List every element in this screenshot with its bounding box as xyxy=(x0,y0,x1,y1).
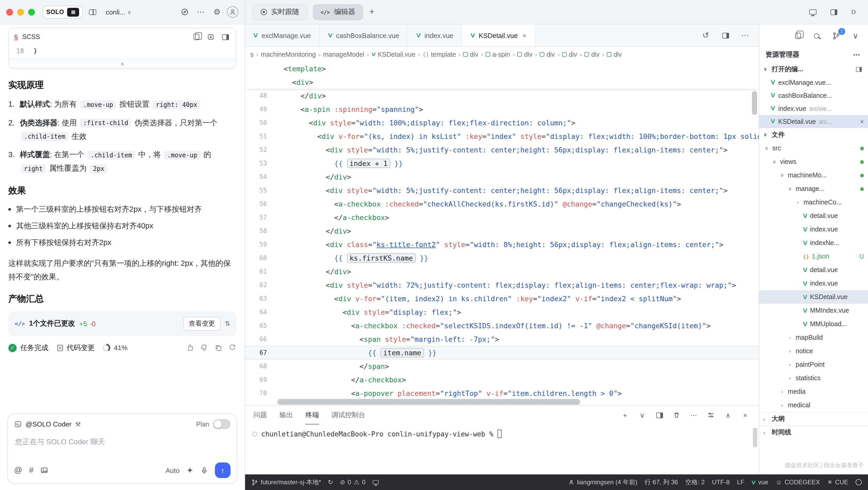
history-icon[interactable]: ↺ xyxy=(700,29,712,42)
terminal-dropdown-icon[interactable]: ∨ xyxy=(637,410,647,420)
editor-tab[interactable]: VcashBoxBalance.vue xyxy=(319,25,408,46)
breadcrumb-item[interactable]: VKSDetail.vue xyxy=(372,51,415,58)
tab-output[interactable]: 输出 xyxy=(279,406,293,424)
auto-mode-label[interactable]: Auto xyxy=(166,466,180,474)
breadcrumb[interactable]: s›machineMonitoring›manageModel›VKSDetai… xyxy=(245,47,759,62)
zoom-window-button[interactable] xyxy=(28,8,35,15)
minimize-window-button[interactable] xyxy=(17,8,24,15)
tree-folder-media[interactable]: ›media xyxy=(759,385,868,398)
feedback-icon[interactable] xyxy=(856,479,862,485)
breadcrumb-item[interactable]: div xyxy=(540,51,555,58)
open-editors-header[interactable]: ∨ 打开的编... xyxy=(759,62,868,76)
tree-folder-machineCo...[interactable]: ›machineCo... xyxy=(759,196,868,209)
chat-input-card[interactable]: @SOLO Coder ⚒ Plan 您正在与 SOLO Coder 聊天 @ … xyxy=(7,414,237,484)
tree-file-index.vue[interactable]: Vindex.vue xyxy=(759,223,868,236)
editor-tab[interactable]: Vindex.vue xyxy=(408,25,462,46)
tab-problems[interactable]: 问题 xyxy=(253,406,267,424)
close-icon[interactable]: × xyxy=(860,118,864,125)
compass-icon[interactable] xyxy=(179,6,191,18)
open-editor-item[interactable]: Vindex.vuesrc/vie... xyxy=(759,102,868,115)
chevron-down-icon[interactable]: ∨ xyxy=(849,29,862,42)
codegeex-item[interactable]: ☺ CODEGEEX xyxy=(776,479,820,486)
git-branch-item[interactable]: future/master-sj-本地* xyxy=(251,478,321,487)
editor-tab[interactable]: VKSDetail.vue× xyxy=(462,25,535,46)
panel-more-icon[interactable]: ⋯ xyxy=(688,410,699,420)
vertical-scrollbar[interactable] xyxy=(752,91,757,115)
breadcrumb-item[interactable]: machineMonitoring xyxy=(261,51,316,58)
eol[interactable]: LF xyxy=(737,479,744,486)
breadcrumb-item[interactable]: div xyxy=(517,51,532,58)
open-editor-item[interactable]: VexclManage.vue... xyxy=(759,76,868,89)
layout-columns-icon[interactable] xyxy=(86,6,99,18)
open-editor-item[interactable]: VcashBoxBalance... xyxy=(759,89,868,102)
add-view-tab-button[interactable]: + xyxy=(369,7,374,17)
split-editor-icon[interactable] xyxy=(719,29,732,42)
tab-terminal[interactable]: 终端 xyxy=(306,406,319,424)
hash-icon[interactable]: # xyxy=(29,465,34,475)
tree-file-indexNe...[interactable]: VindexNe... xyxy=(759,236,868,250)
code-change-label[interactable]: 代码变更 xyxy=(67,343,95,352)
terminal-scrollbar[interactable] xyxy=(753,428,757,447)
cursor-position[interactable]: 行 67, 列 36 xyxy=(645,478,678,487)
breadcrumb-item[interactable]: div xyxy=(584,51,599,58)
explorer-view-icon[interactable] xyxy=(792,29,804,42)
collapse-snippet-button[interactable]: ∧ xyxy=(9,59,236,68)
scrollbar-thumb[interactable] xyxy=(277,399,580,405)
tree-folder-mapBuild[interactable]: ›mapBuild xyxy=(759,331,868,345)
tree-folder-medical[interactable]: ›medical xyxy=(759,398,868,412)
open-in-editor-icon[interactable] xyxy=(220,32,230,42)
tree-folder-manage...[interactable]: ∨manage... xyxy=(759,182,868,196)
breadcrumb-item[interactable]: {}template xyxy=(423,51,456,58)
new-terminal-icon[interactable]: + xyxy=(620,410,630,420)
thumbs-up-icon[interactable] xyxy=(186,344,194,352)
encoding[interactable]: UTF-8 xyxy=(712,479,730,486)
tree-folder-src[interactable]: ∨src xyxy=(759,141,868,155)
tree-file-1.json[interactable]: {}1.jsonU xyxy=(759,250,868,263)
display-icon[interactable] xyxy=(372,480,380,485)
sparkle-icon[interactable] xyxy=(186,466,194,474)
explorer-more-icon[interactable]: ⋯ xyxy=(851,50,862,60)
outline-header[interactable]: › 大纲 xyxy=(759,412,868,425)
code-editor[interactable]: <template><div> 48</div>49<a-spin :spinn… xyxy=(245,62,759,405)
tab-live-follow[interactable]: 实时跟随 xyxy=(252,4,308,20)
code-change-icon[interactable] xyxy=(57,345,63,351)
blame-item[interactable]: liangmingsen (4 年前) xyxy=(568,478,638,487)
kill-terminal-icon[interactable] xyxy=(671,410,682,420)
split-editor-icon[interactable] xyxy=(854,64,864,74)
timeline-header[interactable]: › 时间线 xyxy=(759,425,868,439)
breadcrumb-item[interactable]: s xyxy=(250,51,254,58)
panel-settings-icon[interactable] xyxy=(706,410,716,420)
tab-close-icon[interactable]: × xyxy=(523,31,526,39)
close-window-button[interactable] xyxy=(6,8,13,15)
chat-placeholder[interactable]: 您正在与 SOLO Coder 聊天 xyxy=(15,437,229,447)
files-header[interactable]: ∨ 文件 xyxy=(759,128,868,141)
layout-panel-icon[interactable] xyxy=(828,6,840,18)
more-actions-icon[interactable]: ⋯ xyxy=(739,29,751,42)
breadcrumb-item[interactable]: div xyxy=(562,51,577,58)
maximize-panel-icon[interactable]: ∧ xyxy=(723,410,733,420)
tab-debug-console[interactable]: 调试控制台 xyxy=(332,406,365,424)
tree-file-detail.vue[interactable]: Vdetail.vue xyxy=(759,263,868,277)
tree-file-index.vue[interactable]: Vindex.vue xyxy=(759,277,868,290)
tree-file-KSDetail.vue[interactable]: VKSDetail.vue xyxy=(759,290,868,304)
expand-collapse-icon[interactable]: ⇅ xyxy=(225,320,230,327)
horizontal-scrollbar[interactable] xyxy=(277,399,750,405)
insert-code-icon[interactable] xyxy=(206,32,216,42)
mention-icon[interactable]: @ xyxy=(14,465,22,475)
close-panel-icon[interactable]: × xyxy=(740,410,750,420)
language-mode[interactable]: V vue xyxy=(751,479,768,486)
tree-folder-notice[interactable]: ›notice xyxy=(759,345,868,358)
solo-badge[interactable]: SOLO ▦ xyxy=(43,5,83,19)
breadcrumb-item[interactable]: div xyxy=(463,51,478,58)
settings-gear-icon[interactable]: ⚙ xyxy=(211,6,223,18)
more-icon[interactable]: ⋯ xyxy=(195,6,207,18)
project-switcher[interactable]: conli... ∨ xyxy=(102,6,134,18)
breadcrumb-item[interactable]: div xyxy=(607,51,622,58)
tree-folder-statistics[interactable]: ›statistics xyxy=(759,371,868,385)
breadcrumb-item[interactable]: a-spin xyxy=(486,51,510,58)
terminal-content[interactable]: chunletian@ChunledeMacBook-Pro conlin-un… xyxy=(245,424,759,443)
split-terminal-icon[interactable] xyxy=(654,410,664,420)
open-editor-item[interactable]: VKSDetail.vuesrc...× xyxy=(759,115,868,128)
screen-share-icon[interactable] xyxy=(807,6,819,18)
account-avatar[interactable] xyxy=(227,6,238,18)
